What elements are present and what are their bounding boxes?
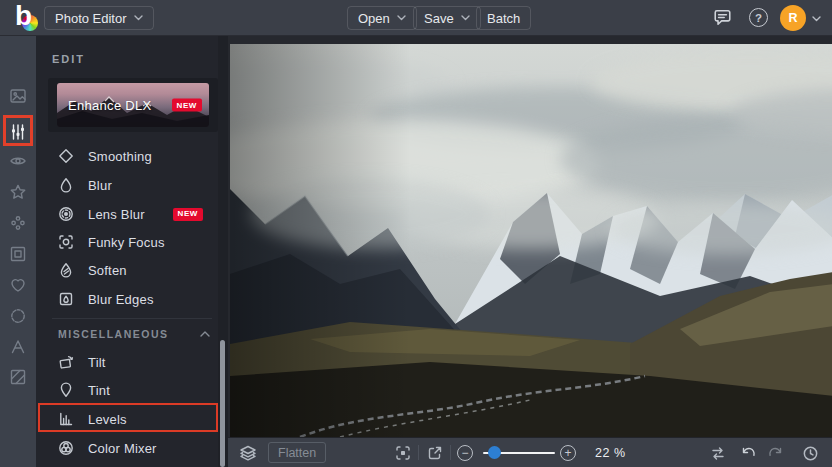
menu-item-tilt[interactable]: Tilt [36, 348, 219, 376]
menu-item-blur[interactable]: Blur [36, 171, 219, 199]
history-clock-icon[interactable] [802, 445, 819, 462]
toolbar-divider [450, 445, 451, 460]
undo-icon[interactable] [740, 445, 756, 461]
chevron-up-icon [200, 331, 210, 337]
frames-icon[interactable] [9, 245, 27, 263]
menu-item-label: Tilt [88, 355, 106, 370]
drop-icon [58, 177, 74, 193]
menu-item-label: Funky Focus [88, 235, 165, 250]
minus-glyph: − [461, 447, 468, 459]
menu-item-tint[interactable]: Tint [36, 376, 219, 404]
save-label: Save [424, 11, 454, 26]
chevron-down-icon [134, 15, 143, 21]
menu-item-label: Color Mixer [88, 441, 157, 456]
menu-item-label: Tint [88, 383, 110, 398]
export-view-icon[interactable] [427, 445, 443, 461]
open-label: Open [358, 11, 390, 26]
logo-letter: b [15, 0, 32, 34]
edit-sliders-icon[interactable] [9, 123, 27, 141]
feedback-chat-icon[interactable] [712, 8, 733, 27]
canvas-area [228, 36, 832, 437]
app-menu-label: Photo Editor [55, 11, 127, 26]
menu-item-label: Smoothing [88, 149, 152, 164]
panel-title: EDIT [52, 53, 85, 65]
effects-eye-icon[interactable] [9, 152, 27, 170]
section-miscellaneous[interactable]: MISCELLANEOUS [36, 326, 219, 342]
photo-manager-icon[interactable] [9, 87, 27, 105]
color-mixer-icon [58, 440, 74, 456]
textures-icon[interactable] [9, 368, 27, 386]
tool-rail [0, 36, 36, 467]
zoom-slider-knob[interactable] [488, 446, 501, 459]
panel-scrollbar-thumb[interactable] [220, 340, 225, 467]
menu-item-soften[interactable]: Soften [36, 256, 219, 284]
zoom-percent: 22 % [595, 446, 626, 460]
zoom-out-button[interactable]: − [457, 445, 473, 461]
banner-title: Enhance DLX [68, 98, 152, 113]
menu-item-label: Lens Blur [88, 207, 145, 222]
aperture-icon [58, 206, 74, 222]
avatar[interactable]: R [780, 5, 806, 31]
graphics-seal-icon[interactable] [9, 307, 27, 325]
avatar-initial: R [788, 11, 797, 25]
soften-icon [58, 262, 74, 278]
menu-item-lens-blur[interactable]: Lens Blur NEW [36, 200, 219, 228]
save-button[interactable]: Save [413, 6, 481, 30]
canvas-toolbar: Flatten − + 22 % [228, 437, 832, 467]
banner-new-badge: NEW [172, 99, 202, 112]
chevron-down-icon [397, 15, 406, 21]
photo-editor-app: b Photo Editor Open Save Batch ? R [0, 0, 832, 467]
batch-button[interactable]: Batch [476, 6, 531, 30]
photo-mountain-landscape[interactable] [230, 44, 832, 437]
batch-label: Batch [487, 11, 520, 26]
menu-item-label: Soften [88, 263, 127, 278]
diamond-icon [58, 148, 74, 164]
overlays-heart-icon[interactable] [9, 276, 27, 294]
touch-up-dots-icon[interactable] [9, 214, 27, 232]
tilt-icon [58, 354, 74, 370]
section-divider [52, 318, 212, 319]
app-menu-button[interactable]: Photo Editor [44, 6, 154, 30]
redo-icon[interactable] [768, 445, 784, 461]
focus-icon [58, 234, 74, 250]
flatten-button[interactable]: Flatten [268, 442, 326, 463]
toolbar-divider [418, 445, 419, 460]
plus-glyph: + [564, 447, 571, 459]
blur-edges-icon [58, 291, 74, 307]
flatten-label: Flatten [278, 446, 316, 460]
tint-icon [58, 382, 74, 398]
open-button[interactable]: Open [347, 6, 417, 30]
menu-item-funky-focus[interactable]: Funky Focus [36, 228, 219, 256]
enhance-dlx-banner[interactable]: Enhance DLX NEW [57, 83, 209, 127]
topbar: b Photo Editor Open Save Batch ? R [0, 0, 832, 36]
menu-item-color-mixer[interactable]: Color Mixer [36, 434, 219, 462]
menu-item-label: Blur Edges [88, 292, 154, 307]
levels-icon [58, 411, 74, 427]
layers-icon[interactable] [239, 444, 257, 462]
menu-item-label: Blur [88, 178, 112, 193]
compare-icon[interactable] [710, 445, 726, 461]
chevron-down-icon [461, 15, 470, 21]
lens-blur-new-badge: NEW [173, 208, 203, 221]
zoom-in-button[interactable]: + [560, 445, 576, 461]
menu-item-levels[interactable]: Levels [36, 405, 219, 433]
help-glyph: ? [755, 12, 762, 24]
account-chevron-down-icon[interactable] [812, 16, 821, 22]
fit-screen-icon[interactable] [395, 445, 411, 461]
edit-panel: EDIT Enhance DLX NEW Smoothing Blur Lens… [36, 36, 228, 467]
artsy-star-icon[interactable] [9, 183, 27, 201]
menu-item-smoothing[interactable]: Smoothing [36, 142, 219, 170]
text-icon[interactable] [9, 338, 27, 356]
help-icon[interactable]: ? [749, 8, 768, 27]
section-label: MISCELLANEOUS [58, 328, 169, 340]
menu-item-blur-edges[interactable]: Blur Edges [36, 285, 219, 313]
menu-item-label: Levels [88, 412, 127, 427]
befunky-logo[interactable]: b [9, 2, 39, 34]
